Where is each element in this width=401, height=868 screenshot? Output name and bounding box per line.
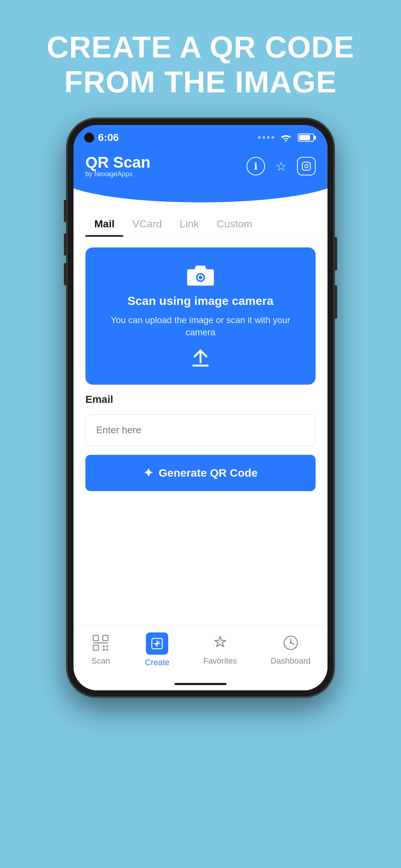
bottom-navigation: Scan Create [74,625,327,679]
battery-icon [298,134,314,142]
svg-point-6 [199,276,202,279]
svg-rect-9 [93,645,98,650]
app-title: QR Scan [85,155,150,170]
favorites-nav-label: Favorites [203,656,237,666]
tabs-bar: Mail VCard Link Custom [74,207,327,237]
svg-rect-13 [106,645,108,647]
status-left: 6:06 [84,132,119,144]
tab-link[interactable]: Link [171,207,208,237]
signal-dots-icon [258,136,274,139]
phone-screen: 6:06 [74,125,327,690]
star-button[interactable]: ☆ [276,159,287,174]
upload-icon [189,348,212,370]
scan-nav-icon [90,632,111,653]
email-label: Email [85,394,316,405]
status-bar: 6:06 [74,125,327,150]
wifi-icon [280,133,292,142]
app-subtitle: by NexageApps [85,170,150,178]
email-input[interactable] [85,414,316,446]
nav-dashboard[interactable]: Dashboard [271,632,311,667]
nav-favorites[interactable]: Favorites [203,632,237,667]
camera-notch [84,132,94,143]
svg-point-3 [308,164,309,165]
phone-mockup: 6:06 [67,118,334,697]
hero-section: CREATE A QR CODE FROM THE IMAGE [25,0,376,115]
instagram-button[interactable] [297,157,316,175]
svg-rect-7 [192,365,209,366]
wave-divider [74,188,327,207]
svg-rect-15 [106,649,108,651]
dashboard-nav-label: Dashboard [271,656,311,666]
create-nav-icon [146,632,168,655]
app-title-block: QR Scan by NexageApps [85,155,150,178]
info-button[interactable]: ℹ [247,157,265,175]
phone-shell: 6:06 [67,118,334,697]
create-nav-label: Create [145,658,169,667]
email-field-group: Email [85,394,316,405]
header-icons: ℹ ☆ [247,157,316,175]
tab-custom[interactable]: Custom [208,207,261,237]
tab-mail[interactable]: Mail [85,207,123,237]
home-bar [175,683,226,685]
app-header: QR Scan by NexageApps ℹ ☆ [74,150,327,188]
svg-rect-1 [302,162,310,170]
upload-title: Scan using image camera [127,294,273,308]
instagram-icon [301,161,311,171]
svg-rect-10 [103,635,108,641]
svg-point-21 [290,642,291,644]
svg-point-0 [285,140,287,142]
svg-rect-12 [103,645,105,647]
favorites-nav-icon [210,632,231,653]
svg-rect-8 [93,635,98,641]
scan-nav-label: Scan [91,656,110,666]
home-indicator [74,679,327,690]
nav-scan[interactable]: Scan [90,632,111,667]
nav-create[interactable]: Create [145,632,169,667]
screen-content: Mail VCard Link Custom [74,207,327,690]
sparkle-icon: ✦ [143,466,153,480]
status-right [258,133,314,142]
camera-icon [186,262,215,288]
content-area: Scan using image camera You can upload t… [74,237,327,625]
hero-title: CREATE A QR CODE FROM THE IMAGE [47,30,354,100]
dashboard-nav-icon [280,632,301,653]
tab-vcard[interactable]: VCard [123,207,170,237]
svg-point-2 [305,165,308,168]
generate-qr-button[interactable]: ✦ Generate QR Code [85,455,316,491]
svg-rect-14 [103,649,105,651]
upload-card[interactable]: Scan using image camera You can upload t… [85,247,316,385]
upload-description: You can upload the image or scan it with… [97,314,304,339]
status-time: 6:06 [98,132,119,144]
